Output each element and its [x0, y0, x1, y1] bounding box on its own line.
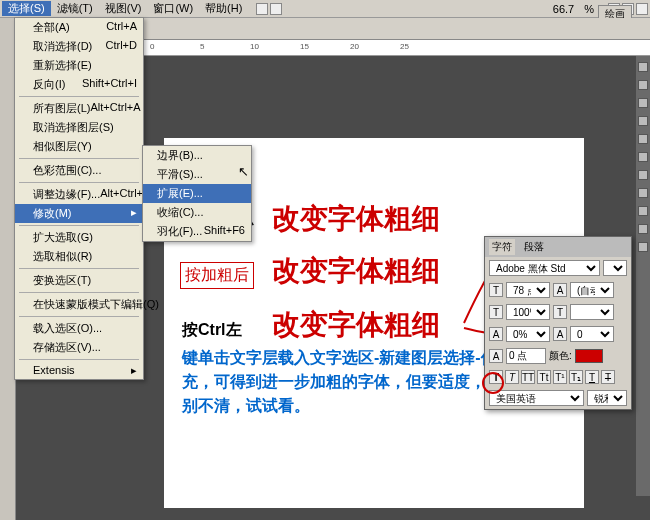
vscale-icon: T	[489, 305, 503, 319]
tool-icon[interactable]	[638, 170, 648, 180]
size-icon: T	[489, 283, 503, 297]
zoom-pct: %	[578, 3, 600, 15]
menu-item[interactable]: 全部(A)Ctrl+A	[15, 18, 143, 37]
menu-item[interactable]: 修改(M)▸	[15, 204, 143, 223]
menu-item[interactable]: 重新选择(E)	[15, 56, 143, 75]
sample-normal-text: 改变字体粗细	[272, 200, 440, 238]
tool-icon[interactable]	[638, 206, 648, 216]
menu-item[interactable]: 在快速蒙版模式下编辑(Q)	[15, 295, 143, 314]
submenu-item[interactable]: 扩展(E)...	[143, 184, 251, 203]
menu-item[interactable]: 取消选择(D)Ctrl+D	[15, 37, 143, 56]
sample-expand-text: 改变字体粗细	[272, 306, 440, 344]
allcaps-button[interactable]: TT	[521, 370, 535, 384]
ruler-horizontal: 0510152025	[140, 40, 650, 56]
right-toolbar	[636, 56, 650, 496]
tool-icon[interactable]	[638, 242, 648, 252]
tool-icon[interactable]	[638, 80, 648, 90]
menu-filter[interactable]: 滤镜(T)	[51, 1, 99, 16]
superscript-button[interactable]: T¹	[553, 370, 567, 384]
underline-button[interactable]: T	[585, 370, 599, 384]
tool-icon[interactable]	[638, 224, 648, 234]
tool-icon[interactable]	[638, 116, 648, 126]
menu-item[interactable]: 变换选区(T)	[15, 271, 143, 290]
kerning-select[interactable]: 0	[570, 326, 614, 342]
menu-item[interactable]: 载入选区(O)...	[15, 319, 143, 338]
character-panel: 字符 段落 Adobe 黑体 Std - T 78 点 A (自动) T 100…	[484, 236, 632, 410]
select-menu-dropdown: 全部(A)Ctrl+A取消选择(D)Ctrl+D重新选择(E)反向(I)Shif…	[14, 17, 144, 380]
tool-icon[interactable]	[638, 98, 648, 108]
menu-item[interactable]: 调整边缘(F)...Alt+Ctrl+R	[15, 185, 143, 204]
menubar: 选择(S) 滤镜(T) 视图(V) 窗口(W) 帮助(H) 66.7 %	[0, 0, 650, 18]
baseline-input[interactable]	[506, 348, 546, 364]
menu-item[interactable]: 色彩范围(C)...	[15, 161, 143, 180]
baseline-icon: A	[489, 349, 503, 363]
font-style-select[interactable]: -	[603, 260, 627, 276]
leading-select[interactable]: (自动)	[570, 282, 614, 298]
hscale-select[interactable]	[570, 304, 614, 320]
menu-window[interactable]: 窗口(W)	[147, 1, 199, 16]
tab-paragraph[interactable]: 段落	[521, 239, 547, 255]
tool-icon[interactable]	[638, 134, 648, 144]
menu-item[interactable]: 取消选择图层(S)	[15, 118, 143, 137]
submenu-item[interactable]: 羽化(F)...Shift+F6	[143, 222, 251, 241]
kerning-icon: A	[553, 327, 567, 341]
language-select[interactable]: 美国英语	[489, 390, 584, 406]
antialias-select[interactable]: 锐利	[587, 390, 627, 406]
subscript-button[interactable]: T₁	[569, 370, 583, 384]
menu-item[interactable]: 扩大选取(G)	[15, 228, 143, 247]
annotation-circle-bold	[482, 372, 504, 394]
strike-button[interactable]: T	[601, 370, 615, 384]
tracking-select[interactable]: 0%	[506, 326, 550, 342]
sample-bold-label: 按加粗后	[180, 262, 254, 289]
sample-expand-label: 按Ctrl左	[182, 320, 242, 341]
menu-select[interactable]: 选择(S)	[2, 1, 51, 16]
leading-icon: A	[553, 283, 567, 297]
menu-item[interactable]: 选取相似(R)	[15, 247, 143, 266]
faux-italic-button[interactable]: T	[505, 370, 519, 384]
tool-icon[interactable]	[638, 188, 648, 198]
font-size-select[interactable]: 78 点	[506, 282, 550, 298]
menu-item[interactable]: Extensis▸	[15, 362, 143, 379]
sample-bold-text: 改变字体粗细	[272, 252, 440, 290]
menu-item[interactable]: 所有图层(L)Alt+Ctrl+A	[15, 99, 143, 118]
menu-view[interactable]: 视图(V)	[99, 1, 148, 16]
submenu-item[interactable]: 边界(B)...	[143, 146, 251, 165]
submenu-item[interactable]: 收缩(C)...	[143, 203, 251, 222]
smallcaps-button[interactable]: Tt	[537, 370, 551, 384]
submenu-item[interactable]: 平滑(S)...	[143, 165, 251, 184]
menu-icons	[256, 3, 282, 15]
zoom-value[interactable]: 66.7	[549, 3, 578, 15]
menu-item[interactable]: 相似图层(Y)	[15, 137, 143, 156]
font-family-select[interactable]: Adobe 黑体 Std	[489, 260, 600, 276]
modify-submenu: 边界(B)...平滑(S)...扩展(E)...收缩(C)...羽化(F)...…	[142, 145, 252, 242]
menu-item[interactable]: 存储选区(V)...	[15, 338, 143, 357]
vscale-select[interactable]: 100%	[506, 304, 550, 320]
panel-tabs: 字符 段落	[485, 237, 631, 257]
color-swatch[interactable]	[575, 349, 603, 363]
color-label: 颜色:	[549, 349, 572, 363]
tracking-icon: A	[489, 327, 503, 341]
tool-icon[interactable]	[638, 152, 648, 162]
tool-icon[interactable]	[638, 62, 648, 72]
menu-item[interactable]: 反向(I)Shift+Ctrl+I	[15, 75, 143, 94]
tab-character[interactable]: 字符	[489, 239, 515, 255]
cursor-icon: ↖	[238, 164, 249, 179]
menu-help[interactable]: 帮助(H)	[199, 1, 248, 16]
hscale-icon: T	[553, 305, 567, 319]
